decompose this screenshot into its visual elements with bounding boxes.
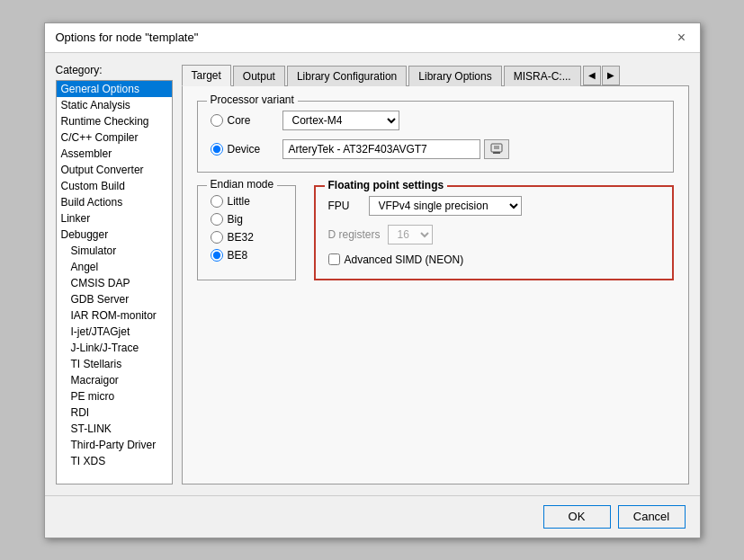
device-dropdown[interactable]: ArteryTek - AT32F403AVGT7 xyxy=(282,139,480,159)
sidebar-item[interactable]: Assembler xyxy=(57,146,172,162)
title-bar: Options for node "template" × xyxy=(45,23,700,53)
be32-radio[interactable] xyxy=(211,231,223,244)
be32-label: BE32 xyxy=(228,231,254,244)
dreg-label: D registers xyxy=(328,228,381,241)
core-dropdown[interactable]: Cortex-M4 xyxy=(282,111,399,130)
dreg-row: D registers 16 32 xyxy=(328,225,659,244)
processor-variant-section: Processor variant Core Cortex-M4 xyxy=(197,101,674,173)
cancel-button[interactable]: Cancel xyxy=(618,505,686,529)
sidebar-item[interactable]: I-jet/JTAGjet xyxy=(57,324,172,340)
core-radio[interactable] xyxy=(211,114,223,127)
fpu-label: FPU xyxy=(328,200,360,212)
floating-point-title: Floating point settings xyxy=(325,179,448,191)
browse-button[interactable] xyxy=(484,139,509,159)
sidebar-item[interactable]: IAR ROM-monitor xyxy=(57,307,172,324)
sidebar-item[interactable]: PE micro xyxy=(57,388,172,404)
advanced-simd-label: Advanced SIMD (NEON) xyxy=(345,253,464,266)
tab-content: Processor variant Core Cortex-M4 xyxy=(182,86,689,484)
tab-target[interactable]: Target xyxy=(182,65,231,86)
dreg-dropdown[interactable]: 16 32 xyxy=(388,225,433,244)
dialog: Options for node "template" × Category: … xyxy=(44,22,701,538)
sidebar-item[interactable]: Linker xyxy=(57,210,172,227)
dialog-title: Options for node "template" xyxy=(56,31,199,44)
big-radio[interactable] xyxy=(211,213,223,226)
fpu-row: FPU VFPv4 single precision None VFPv4 do… xyxy=(328,196,659,216)
little-radio[interactable] xyxy=(211,195,223,208)
big-label: Big xyxy=(228,213,243,226)
sidebar-item[interactable]: J-Link/J-Trace xyxy=(57,340,172,356)
sidebar-item[interactable]: TI Stellaris xyxy=(57,356,172,372)
sidebar-item[interactable]: ST-LINK xyxy=(57,421,172,437)
sidebar-item[interactable]: General Options xyxy=(57,81,172,97)
endian-be8-row: BE8 xyxy=(211,249,282,262)
dialog-body: Category: General OptionsStatic Analysis… xyxy=(45,53,700,495)
category-list: General OptionsStatic AnalysisRuntime Ch… xyxy=(56,80,173,484)
svg-rect-1 xyxy=(493,152,500,154)
core-row: Core Cortex-M4 xyxy=(211,111,660,130)
little-label: Little xyxy=(228,195,250,208)
sidebar-item[interactable]: Debugger xyxy=(57,227,172,243)
be8-label: BE8 xyxy=(228,249,248,262)
browse-icon xyxy=(490,143,503,156)
dialog-footer: OK Cancel xyxy=(45,495,700,538)
processor-variant-title: Processor variant xyxy=(207,93,298,106)
sidebar-item[interactable]: TI XDS xyxy=(57,453,172,469)
endian-mode-section: Endian mode Little Big BE32 xyxy=(197,185,296,280)
tab-misra-c----[interactable]: MISRA-C:... xyxy=(504,66,581,86)
sidebar-item[interactable]: CMSIS DAP xyxy=(57,275,172,291)
sidebar-item[interactable]: Custom Build xyxy=(57,178,172,194)
sidebar-item[interactable]: Third-Party Driver xyxy=(57,437,172,453)
device-radio[interactable] xyxy=(211,143,223,156)
device-row: Device ArteryTek - AT32F403AVGT7 xyxy=(211,139,660,159)
fpu-dropdown[interactable]: VFPv4 single precision None VFPv4 double… xyxy=(369,196,522,216)
tab-nav-prev[interactable]: ◀ xyxy=(583,66,601,85)
ok-button[interactable]: OK xyxy=(543,505,611,529)
sidebar-item[interactable]: Output Converter xyxy=(57,162,172,178)
sidebar-item[interactable]: Runtime Checking xyxy=(57,113,172,129)
sidebar-item[interactable]: RDI xyxy=(57,404,172,421)
sidebar: Category: General OptionsStatic Analysis… xyxy=(56,64,173,484)
advanced-simd-checkbox[interactable] xyxy=(328,253,340,265)
core-label: Core xyxy=(228,114,251,127)
tab-output[interactable]: Output xyxy=(233,66,285,86)
advanced-simd-row: Advanced SIMD (NEON) xyxy=(328,253,659,266)
category-label: Category: xyxy=(56,64,173,76)
sidebar-item[interactable]: Static Analysis xyxy=(57,97,172,113)
sidebar-item[interactable]: Angel xyxy=(57,259,172,275)
sidebar-item[interactable]: Build Actions xyxy=(57,194,172,210)
tab-library-options[interactable]: Library Options xyxy=(408,66,501,86)
device-radio-label[interactable]: Device xyxy=(211,143,282,156)
endian-big-row: Big xyxy=(211,213,282,226)
tabs-bar: TargetOutputLibrary ConfigurationLibrary… xyxy=(182,64,689,86)
floating-point-section: Floating point settings FPU VFPv4 single… xyxy=(314,185,674,280)
be8-radio[interactable] xyxy=(211,249,223,262)
close-button[interactable]: × xyxy=(675,31,689,45)
tab-nav-next[interactable]: ▶ xyxy=(602,66,620,85)
sidebar-item[interactable]: Simulator xyxy=(57,243,172,259)
bottom-section: Endian mode Little Big BE32 xyxy=(197,185,674,280)
core-radio-label[interactable]: Core xyxy=(211,114,282,127)
endian-mode-title: Endian mode xyxy=(207,178,278,191)
sidebar-item[interactable]: C/C++ Compiler xyxy=(57,129,172,146)
sidebar-item[interactable]: GDB Server xyxy=(57,291,172,307)
main-content: TargetOutputLibrary ConfigurationLibrary… xyxy=(182,64,689,484)
endian-little-row: Little xyxy=(211,195,282,208)
device-label: Device xyxy=(228,143,261,156)
sidebar-item[interactable]: Macraigor xyxy=(57,372,172,388)
device-value: ArteryTek - AT32F403AVGT7 xyxy=(289,143,427,156)
endian-be32-row: BE32 xyxy=(211,231,282,244)
tab-library-configuration[interactable]: Library Configuration xyxy=(287,66,407,86)
